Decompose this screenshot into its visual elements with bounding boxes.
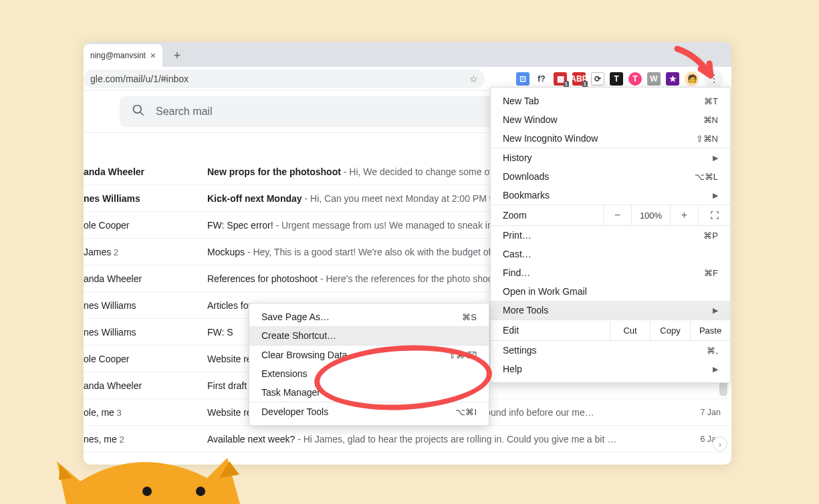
fullscreen-button[interactable] [698,205,730,225]
mail-subject: Available next week? - Hi James, glad to… [207,434,675,445]
extension-icon[interactable]: T [610,72,623,86]
browser-menu-button[interactable]: ⋮ [705,70,723,88]
mail-sender: anda Wheeler [84,273,201,284]
more-vert-icon: ⋮ [709,78,719,80]
svg-point-0 [134,106,142,114]
menu-history[interactable]: History▶ [491,148,730,167]
menu-new-window[interactable]: New Window⌘N [491,110,730,129]
mail-sender: nes Williams [84,300,201,311]
mail-date: 7 Jan [682,408,721,417]
menu-bookmarks[interactable]: Bookmarks▶ [491,186,730,205]
mail-sender: nes Williams [84,327,201,338]
mail-sender: ole Cooper [84,220,201,231]
menu-cut[interactable]: Cut [610,320,650,340]
menu-save-page-as[interactable]: Save Page As…⌘S [249,307,489,326]
chevron-right-icon: ▶ [713,365,718,374]
more-tools-submenu: Save Page As…⌘S Create Shortcut… Clear B… [249,303,489,426]
mail-sender: ole Cooper [84,354,201,364]
mail-sender: nes, me 2 [84,434,201,445]
menu-extensions[interactable]: Extensions [249,364,489,383]
menu-edit-row: Edit Cut Copy Paste [491,320,730,341]
mail-sender: James 2 [84,247,201,257]
svg-line-1 [140,112,144,116]
scroll-right-icon[interactable]: › [713,436,727,451]
menu-clear-browsing-data[interactable]: Clear Browsing Data⇧⌘⌫ [249,346,489,364]
menu-zoom-row: Zoom − 100% + [491,205,730,226]
menu-new-incognito[interactable]: New Incognito Window⇧⌘N [491,129,730,148]
browser-window: ning@manvsint × + gle.com/mail/u/1/#inbo… [84,42,731,465]
extension-icon[interactable]: T [628,72,642,86]
mail-sender: nes Williams [84,193,201,204]
search-icon [132,104,145,120]
browser-tab[interactable]: ning@manvsint × [84,44,162,67]
mail-row[interactable]: nes, me 2Available next week? - Hi James… [84,426,731,453]
menu-settings[interactable]: Settings⌘, [491,341,730,360]
bookmark-star-icon[interactable]: ☆ [469,74,478,84]
url-text: gle.com/mail/u/1/#inbox [90,74,189,84]
browser-main-menu: New Tab⌘T New Window⌘N New Incognito Win… [490,87,731,383]
menu-new-tab[interactable]: New Tab⌘T [491,92,730,110]
zoom-in-button[interactable]: + [670,205,698,225]
menu-copy[interactable]: Copy [650,320,690,340]
menu-downloads[interactable]: Downloads⌥⌘L [491,167,730,186]
extension-tray: ⊡ f? ▦1 ABP1 ⟳ T T W ★ 🧑 ⋮ [516,70,726,88]
menu-help[interactable]: Help▶ [491,360,730,378]
new-tab-button[interactable]: + [168,46,187,65]
adblock-icon[interactable]: ABP1 [572,72,586,86]
tab-bar: ning@manvsint × + [84,42,731,67]
omnibox[interactable]: gle.com/mail/u/1/#inbox ☆ [84,70,485,88]
menu-developer-tools[interactable]: Developer Tools⌥⌘I [249,402,489,421]
menu-open-work-gmail[interactable]: Open in Work Gmail [491,282,730,301]
menu-task-manager[interactable]: Task Manager [249,383,489,402]
chevron-right-icon: ▶ [713,154,718,162]
extension-icon[interactable]: f? [535,72,548,86]
svg-point-2 [142,487,152,496]
zoom-out-button[interactable]: − [603,205,631,225]
chevron-right-icon: ▶ [713,191,718,200]
extension-icon[interactable]: ⊡ [516,72,530,86]
extension-icon[interactable]: ★ [666,72,679,86]
mail-sender: anda Wheeler [84,166,201,177]
mail-sender: ole, me 3 [84,407,201,418]
search-placeholder: Search mail [156,106,212,118]
menu-paste[interactable]: Paste [690,320,730,340]
menu-more-tools[interactable]: More Tools▶ [491,301,730,320]
extension-icon[interactable]: ▦1 [554,72,567,86]
menu-create-shortcut[interactable]: Create Shortcut… [249,326,489,345]
extension-icon[interactable]: W [647,72,661,86]
menu-find[interactable]: Find…⌘F [491,263,730,282]
zoom-value: 100% [631,205,670,225]
tab-title: ning@manvsint [90,51,146,60]
extension-icon[interactable]: ⟳ [591,72,604,86]
close-icon[interactable]: × [150,50,156,61]
menu-cast[interactable]: Cast… [491,245,730,263]
profile-avatar[interactable]: 🧑 [685,72,699,86]
mail-sender: anda Wheeler [84,380,201,391]
chevron-right-icon: ▶ [713,306,718,315]
svg-point-3 [196,487,205,496]
menu-print[interactable]: Print…⌘P [491,226,730,245]
